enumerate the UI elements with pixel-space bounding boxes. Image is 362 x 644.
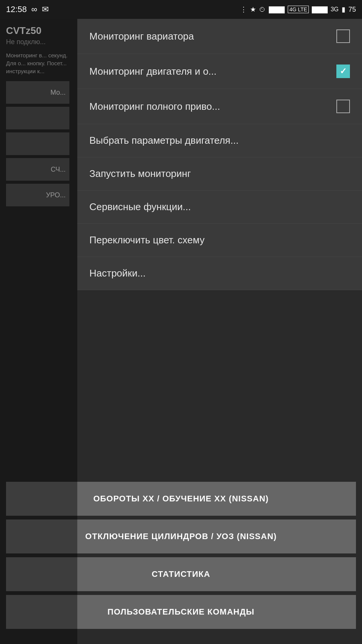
menu-item-select-params[interactable]: Выбрать параметры двигателя... (77, 124, 362, 157)
menu-item-start-monitoring[interactable]: Запустить мониторинг (77, 157, 362, 191)
menu-label-monitoring-full: Мониторинг полного приво... (89, 101, 220, 112)
status-bar: 12:58 ∞ ✉ ⋮ ★ ⏲ ▇▇▇ 4G LTE ▇▇▇ 3G ▮ 75 (0, 0, 362, 19)
dropdown-menu: Мониторинг вариатора Мониторинг двигател… (77, 19, 362, 290)
dim-overlay (0, 19, 77, 644)
menu-label-service-functions: Сервисные функции... (89, 201, 191, 213)
menu-item-monitoring-engine[interactable]: Мониторинг двигателя и о... (77, 54, 362, 89)
menu-label-switch-color: Переключить цвет. схему (89, 234, 204, 246)
time-display: 12:58 (6, 5, 27, 14)
signal-icon-2: ▇▇▇ (312, 5, 328, 14)
battery-icon: ▮ (342, 5, 345, 14)
menu-item-settings[interactable]: Настройки... (77, 257, 362, 290)
checkbox-monitoring-variator[interactable] (336, 29, 350, 43)
menu-label-monitoring-variator: Мониторинг вариатора (89, 31, 194, 42)
lte-icon: 4G LTE (288, 6, 308, 13)
menu-label-settings: Настройки... (89, 267, 146, 279)
menu-item-switch-color[interactable]: Переключить цвет. схему (77, 224, 362, 257)
checkbox-monitoring-full[interactable] (336, 100, 350, 113)
bluetooth-icon: ⋮ (240, 5, 247, 14)
clock-icon: ⏲ (259, 6, 266, 14)
message-icon: ✉ (42, 5, 49, 14)
menu-item-monitoring-variator[interactable]: Мониторинг вариатора (77, 19, 362, 54)
status-bar-left: 12:58 ∞ ✉ (6, 5, 49, 14)
menu-label-start-monitoring: Запустить мониторинг (89, 168, 191, 180)
signal-icon-1: ▇▇▇ (269, 5, 285, 14)
status-bar-right: ⋮ ★ ⏲ ▇▇▇ 4G LTE ▇▇▇ 3G ▮ 75 (240, 5, 356, 14)
infinity-icon: ∞ (31, 5, 37, 14)
bluetooth-symbol: ★ (250, 5, 256, 14)
checkbox-monitoring-engine[interactable] (336, 65, 350, 78)
menu-item-service-functions[interactable]: Сервисные функции... (77, 191, 362, 224)
menu-item-monitoring-full[interactable]: Мониторинг полного приво... (77, 89, 362, 124)
menu-label-monitoring-engine: Мониторинг двигателя и о... (89, 66, 216, 77)
3g-label: 3G (331, 6, 339, 13)
menu-label-select-params: Выбрать параметры двигателя... (89, 135, 239, 146)
battery-level: 75 (348, 6, 356, 14)
